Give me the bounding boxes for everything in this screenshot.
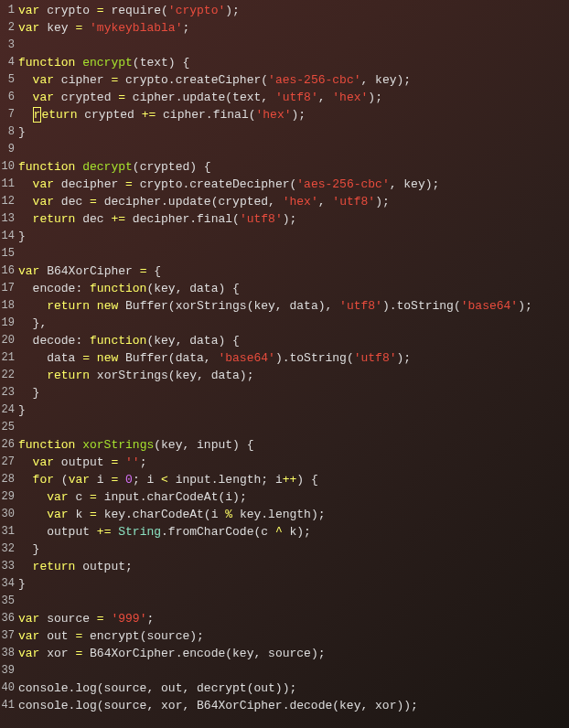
token-ident: crypto (47, 4, 97, 17)
line-number-gutter: 1234567891011121314151617181920212223242… (0, 2, 18, 714)
code-line[interactable]: return dec += decipher.final('utf8'); (18, 210, 569, 228)
token-ident (18, 195, 33, 209)
line-number: 20 (0, 332, 15, 349)
code-line[interactable]: function xorStrings(key, input) { (18, 436, 569, 454)
code-line[interactable]: var dec = decipher.update(crypted, 'hex'… (18, 193, 569, 210)
token-ident: key.charCodeAt(i (104, 508, 226, 521)
line-number: 3 (0, 37, 15, 54)
token-ident: ).toString( (382, 299, 461, 313)
code-line[interactable]: var xor = B64XorCipher.encode(key, sourc… (18, 645, 569, 662)
code-line[interactable]: } (18, 123, 569, 141)
code-line[interactable]: var key = 'mykeyblabla'; (18, 19, 569, 37)
code-line[interactable] (18, 419, 569, 436)
code-line[interactable] (18, 662, 569, 680)
token-punct: } (18, 542, 39, 556)
token-ident: input.length; i (176, 473, 283, 487)
token-punct: ); (225, 4, 240, 17)
code-line[interactable]: output += String.fromCharCode(c ^ k); (18, 523, 569, 541)
token-kw: function (18, 160, 82, 174)
code-line[interactable]: console.log(source, out, decrypt(out)); (18, 680, 569, 697)
line-number: 31 (0, 523, 15, 541)
token-kw: var (18, 4, 47, 17)
code-line[interactable]: } (18, 401, 569, 419)
code-line[interactable]: decode: function(key, data) { (18, 332, 569, 349)
code-line[interactable]: function decrypt(crypted) { (18, 158, 569, 176)
token-punct: ( (61, 473, 69, 487)
token-ident: dec (61, 195, 90, 209)
code-line[interactable]: var decipher = crypto.createDecipher('ae… (18, 176, 569, 193)
code-line[interactable]: var crypted = cipher.update(text, 'utf8'… (18, 89, 569, 106)
code-line[interactable] (18, 141, 569, 158)
line-number: 41 (0, 697, 15, 714)
code-line[interactable]: for (var i = 0; i < input.length; i++) { (18, 471, 569, 488)
code-line[interactable]: }, (18, 315, 569, 332)
code-line[interactable]: data = new Buffer(data, 'base64').toStri… (18, 349, 569, 367)
token-punct: ( (161, 4, 168, 17)
token-ident (18, 73, 33, 87)
code-line[interactable]: } (18, 228, 569, 245)
token-kw: return (33, 212, 83, 226)
code-line[interactable]: var cipher = crypto.createCipher('aes-25… (18, 71, 569, 89)
token-punct: , key); (361, 73, 412, 87)
code-line[interactable] (18, 37, 569, 54)
token-punct: ) { (296, 473, 317, 487)
code-line[interactable]: var output = ''; (18, 454, 569, 471)
code-line[interactable]: var out = encrypt(source); (18, 627, 569, 645)
code-line[interactable]: function encrypt(text) { (18, 54, 569, 71)
token-ident: source (47, 612, 97, 626)
line-number: 10 (0, 158, 15, 176)
token-kw: var (18, 21, 47, 35)
code-line[interactable]: return output; (18, 558, 569, 575)
token-ident: decipher.update(crypted, (104, 195, 283, 209)
token-punct: ); (397, 351, 412, 365)
code-editor[interactable]: 1234567891011121314151617181920212223242… (0, 0, 569, 714)
line-number: 32 (0, 541, 15, 558)
token-op: = (97, 612, 112, 626)
token-op: ^ (275, 525, 290, 539)
token-str: 'utf8' (332, 195, 375, 209)
token-punct: , (318, 91, 333, 104)
token-op: = (90, 508, 104, 521)
token-kw: var (47, 508, 75, 521)
code-line[interactable]: return new Buffer(xorStrings(key, data),… (18, 297, 569, 315)
token-op: < (161, 473, 176, 487)
code-line[interactable]: } (18, 575, 569, 593)
line-number: 35 (0, 593, 15, 610)
code-line[interactable]: console.log(source, xor, B64XorCipher.de… (18, 697, 569, 714)
token-str: 'base64' (461, 299, 518, 313)
token-ident: decipher (61, 177, 125, 191)
code-line[interactable]: return crypted += cipher.final('hex'); (18, 106, 569, 123)
code-line[interactable] (18, 593, 569, 610)
token-kw: new (97, 351, 125, 365)
token-punct: { (154, 264, 161, 278)
token-ident: cipher.update(text, (133, 91, 275, 104)
token-punct: (text) { (133, 56, 189, 70)
code-line[interactable]: var crypto = require('crypto'); (18, 2, 569, 19)
token-ident (18, 212, 33, 226)
code-line[interactable]: } (18, 384, 569, 401)
token-ident: key (47, 21, 75, 35)
token-ident (18, 108, 33, 122)
line-number: 37 (0, 627, 15, 645)
code-line[interactable]: var source = '999'; (18, 610, 569, 627)
code-content[interactable]: var crypto = require('crypto');var key =… (18, 2, 569, 714)
code-line[interactable]: return xorStrings(key, data); (18, 367, 569, 384)
token-punct: ); (283, 212, 297, 226)
token-kw: var (18, 629, 47, 643)
token-kw: function (18, 56, 82, 70)
token-punct: ; i (133, 473, 161, 487)
token-punct: } (18, 125, 26, 139)
code-line[interactable]: encode: function(key, data) { (18, 280, 569, 297)
token-punct: (crypted) { (133, 160, 211, 174)
code-line[interactable] (18, 245, 569, 262)
token-op: = (75, 647, 90, 660)
line-number: 29 (0, 488, 15, 506)
token-kw: function (18, 438, 82, 452)
token-op: = (75, 629, 90, 643)
code-line[interactable]: var c = input.charCodeAt(i); (18, 488, 569, 506)
line-number: 40 (0, 680, 15, 697)
code-line[interactable]: } (18, 541, 569, 558)
code-line[interactable]: var k = key.charCodeAt(i % key.length); (18, 506, 569, 523)
code-line[interactable]: var B64XorCipher = { (18, 262, 569, 280)
token-kw: function (90, 334, 146, 348)
